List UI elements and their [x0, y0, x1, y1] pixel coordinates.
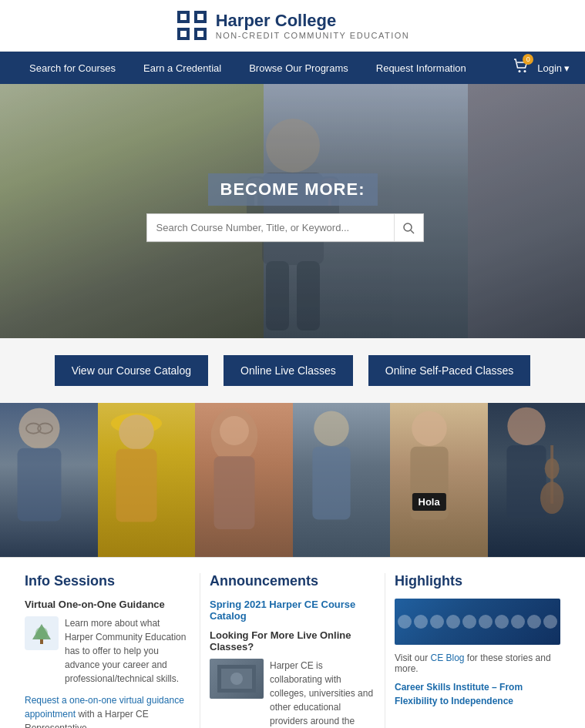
- cart-button[interactable]: 0: [513, 58, 530, 78]
- hero-title: BECOME MORE:: [208, 173, 378, 206]
- hero-search-button[interactable]: [394, 214, 423, 241]
- career-skills-link[interactable]: Career Skills Institute – From Flexibili…: [395, 680, 560, 708]
- highlight-circles: [395, 612, 560, 632]
- svg-point-32: [314, 411, 348, 445]
- site-header: Harper College Non-Credit Community Educ…: [0, 0, 585, 52]
- svg-point-34: [412, 411, 446, 445]
- login-button[interactable]: Login ▾: [537, 62, 570, 74]
- ce-blog-link[interactable]: CE Blog: [430, 653, 464, 663]
- virtual-guidance-content: Learn more about what Harper Community E…: [25, 616, 190, 686]
- svg-line-21: [411, 230, 414, 233]
- person-silhouette-2: [98, 403, 175, 542]
- nav-request-info[interactable]: Request Information: [362, 52, 480, 84]
- svg-point-20: [404, 223, 412, 231]
- announcement-content: Harper CE is collaborating with colleges…: [210, 659, 375, 728]
- hero-content: BECOME MORE:: [146, 173, 439, 242]
- hola-sign: Hola: [412, 493, 446, 511]
- hero-search-input[interactable]: [147, 214, 394, 241]
- svg-point-43: [35, 627, 48, 639]
- logo-text: Harper College Non-Credit Community Educ…: [216, 11, 410, 40]
- svg-rect-23: [17, 448, 61, 522]
- h-circle-6: [479, 615, 493, 629]
- announcements-col: Announcements Spring 2021 Harper CE Cour…: [200, 573, 385, 728]
- svg-rect-31: [213, 456, 254, 529]
- person-silhouette-6: [488, 403, 570, 542]
- search-icon: [402, 222, 415, 234]
- online-live-classes-button[interactable]: Online Live Classes: [224, 355, 353, 386]
- hero-section: BECOME MORE:: [0, 84, 585, 338]
- online-self-paced-button[interactable]: Online Self-Paced Classes: [368, 355, 531, 386]
- svg-point-9: [524, 70, 526, 72]
- nav-earn-credential[interactable]: Earn a Credential: [129, 52, 235, 84]
- harper-logo-icon: [176, 9, 208, 42]
- person-silhouette-1: [0, 403, 86, 542]
- highlight-visit-text: Visit our CE Blog for these stories and …: [395, 653, 560, 674]
- announcement-text: Harper CE is collaborating with colleges…: [270, 659, 375, 728]
- photo-person-6: [488, 403, 586, 557]
- svg-rect-40: [550, 445, 553, 504]
- svg-point-36: [507, 408, 545, 445]
- photo-person-1: [0, 403, 98, 557]
- virtual-icon: [25, 616, 59, 650]
- h-circle-7: [495, 615, 509, 629]
- svg-rect-28: [116, 449, 157, 522]
- photo-person-4: [293, 403, 391, 557]
- virtual-link-text: Request a one-on-one virtual guidance ap…: [25, 693, 190, 728]
- hero-search-form: [146, 213, 424, 242]
- h-circle-2: [414, 615, 428, 629]
- virtual-guidance-title: Virtual One-on-One Guidance: [25, 599, 190, 610]
- online-classes-subtitle: Looking For More Live Online Classes?: [210, 629, 375, 653]
- svg-rect-3: [197, 14, 203, 20]
- svg-rect-42: [40, 639, 43, 644]
- virtual-guidance-text: Learn more about what Harper Community E…: [65, 616, 190, 686]
- announcement-image: [210, 659, 264, 699]
- person-silhouette-5: [391, 403, 468, 542]
- svg-point-30: [220, 416, 249, 445]
- bottom-section: Info Sessions Virtual One-on-One Guidanc…: [0, 557, 585, 728]
- nav-bar: Search for Courses Earn a Credential Bro…: [0, 52, 585, 84]
- h-circle-5: [462, 615, 476, 629]
- photo-strip: Hola: [0, 403, 585, 557]
- login-chevron-icon: ▾: [564, 62, 570, 74]
- nav-links: Search for Courses Earn a Credential Bro…: [15, 52, 513, 84]
- svg-rect-37: [507, 445, 546, 518]
- cart-badge: 0: [523, 54, 533, 65]
- highlights-title: Highlights: [395, 573, 560, 589]
- person-silhouette-4: [293, 403, 370, 542]
- svg-point-8: [519, 70, 521, 72]
- h-circle-8: [511, 615, 525, 629]
- photo-person-5: Hola: [390, 403, 488, 557]
- announcement-thumbnail-icon: [217, 665, 256, 693]
- course-catalog-button[interactable]: View our Course Catalog: [55, 355, 208, 386]
- logo-name: Harper College: [216, 11, 410, 31]
- highlights-image: [395, 599, 560, 645]
- photo-person-3: [195, 403, 293, 557]
- nav-search-courses[interactable]: Search for Courses: [15, 52, 129, 84]
- logo-area: Harper College Non-Credit Community Educ…: [176, 9, 410, 42]
- svg-point-46: [230, 673, 243, 685]
- svg-point-22: [18, 408, 59, 449]
- svg-rect-5: [180, 31, 187, 37]
- logo-subtitle: Non-Credit Community Education: [216, 31, 410, 40]
- svg-rect-1: [180, 14, 187, 20]
- svg-point-27: [119, 414, 153, 449]
- nav-right: 0 Login ▾: [513, 58, 570, 78]
- svg-rect-33: [312, 447, 350, 520]
- svg-rect-7: [197, 31, 203, 37]
- h-circle-9: [527, 615, 541, 629]
- cta-section: View our Course Catalog Online Live Clas…: [0, 338, 585, 403]
- highlights-col: Highlights Visit our CE Blog for these s…: [385, 573, 570, 728]
- h-circle-1: [398, 615, 412, 629]
- tree-icon: [31, 622, 52, 644]
- photo-person-2: [98, 403, 196, 557]
- info-sessions-col: Info Sessions Virtual One-on-One Guidanc…: [15, 573, 200, 728]
- h-circle-3: [430, 615, 444, 629]
- nav-browse-programs[interactable]: Browse Our Programs: [235, 52, 362, 84]
- person-silhouette-3: [196, 403, 273, 542]
- announcements-title: Announcements: [210, 573, 375, 589]
- h-circle-10: [543, 615, 557, 629]
- info-sessions-title: Info Sessions: [25, 573, 190, 589]
- catalog-link[interactable]: Spring 2021 Harper CE Course Catalog: [210, 599, 375, 622]
- h-circle-4: [446, 615, 460, 629]
